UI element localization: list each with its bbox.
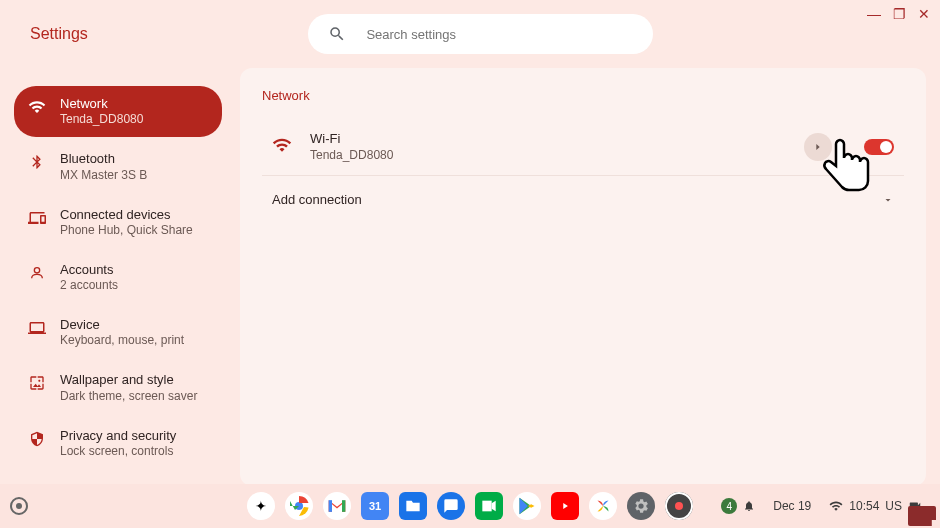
sidebar-item-device[interactable]: DeviceKeyboard, mouse, print	[14, 307, 222, 358]
sidebar-item-wallpaper[interactable]: Wallpaper and styleDark theme, screen sa…	[14, 362, 222, 413]
sidebar-item-sub: Tenda_DD8080	[60, 112, 143, 127]
video-overlay-icon	[908, 506, 936, 526]
chrome-app-icon[interactable]	[285, 492, 313, 520]
sidebar: NetworkTenda_DD8080 BluetoothMX Master 3…	[14, 68, 222, 494]
add-connection-label: Add connection	[272, 192, 362, 207]
bluetooth-icon	[28, 153, 46, 171]
sidebar-item-privacy[interactable]: Privacy and securityLock screen, control…	[14, 418, 222, 469]
sidebar-item-accounts[interactable]: Accounts2 accounts	[14, 252, 222, 303]
files-app-icon[interactable]	[399, 492, 427, 520]
wifi-tray-icon	[829, 499, 843, 513]
add-connection-row[interactable]: Add connection	[262, 176, 904, 223]
main-panel: Network Wi-Fi Tenda_DD8080 Add connectio…	[240, 68, 926, 486]
shelf: ✦ 31 4 Dec 19 10:54 US	[0, 484, 940, 528]
calendar-app-icon[interactable]: 31	[361, 492, 389, 520]
wifi-detail-button[interactable]	[804, 133, 832, 161]
sidebar-item-network[interactable]: NetworkTenda_DD8080	[14, 86, 222, 137]
maximize-icon[interactable]: ❐	[893, 6, 906, 22]
notification-count: 4	[721, 498, 737, 514]
photos-app-icon[interactable]	[589, 492, 617, 520]
sidebar-item-connected[interactable]: Connected devicesPhone Hub, Quick Share	[14, 197, 222, 248]
wifi-icon	[28, 98, 46, 116]
wifi-toggle[interactable]	[864, 139, 894, 155]
tray-lang: US	[885, 499, 902, 513]
search-box[interactable]	[308, 14, 653, 54]
play-store-app-icon[interactable]	[513, 492, 541, 520]
minimize-icon[interactable]: —	[867, 6, 881, 22]
messages-app-icon[interactable]	[437, 492, 465, 520]
sidebar-item-bluetooth[interactable]: BluetoothMX Master 3S B	[14, 141, 222, 192]
settings-app-icon[interactable]	[627, 492, 655, 520]
wallpaper-icon	[28, 374, 46, 392]
bell-icon	[743, 500, 755, 512]
tray-date: Dec 19	[773, 499, 811, 513]
page-title: Settings	[30, 25, 88, 43]
youtube-app-icon[interactable]	[551, 492, 579, 520]
laptop-icon	[28, 319, 46, 337]
gmail-app-icon[interactable]	[323, 492, 351, 520]
tray-time: 10:54	[849, 499, 879, 513]
svg-point-0	[34, 267, 39, 272]
wifi-icon	[272, 135, 292, 159]
account-icon	[28, 264, 46, 282]
chevron-down-icon	[882, 194, 894, 206]
wifi-label: Wi-Fi	[310, 131, 393, 148]
shield-icon	[28, 430, 46, 448]
devices-icon	[28, 209, 46, 227]
search-input[interactable]	[364, 26, 633, 43]
section-title: Network	[262, 88, 904, 103]
launcher-button[interactable]	[10, 497, 28, 515]
gemini-app-icon[interactable]: ✦	[247, 492, 275, 520]
notification-pill[interactable]: 4	[713, 494, 763, 518]
search-icon	[328, 25, 346, 43]
close-icon[interactable]: ✕	[918, 6, 930, 22]
meet-app-icon[interactable]	[475, 492, 503, 520]
shelf-apps: ✦ 31	[247, 492, 693, 520]
system-tray[interactable]: 4 Dec 19 10:54 US	[713, 494, 930, 518]
wifi-row[interactable]: Wi-Fi Tenda_DD8080	[262, 119, 904, 176]
screen-record-app-icon[interactable]	[665, 492, 693, 520]
sidebar-item-label: Network	[60, 96, 143, 112]
wifi-ssid: Tenda_DD8080	[310, 148, 393, 164]
